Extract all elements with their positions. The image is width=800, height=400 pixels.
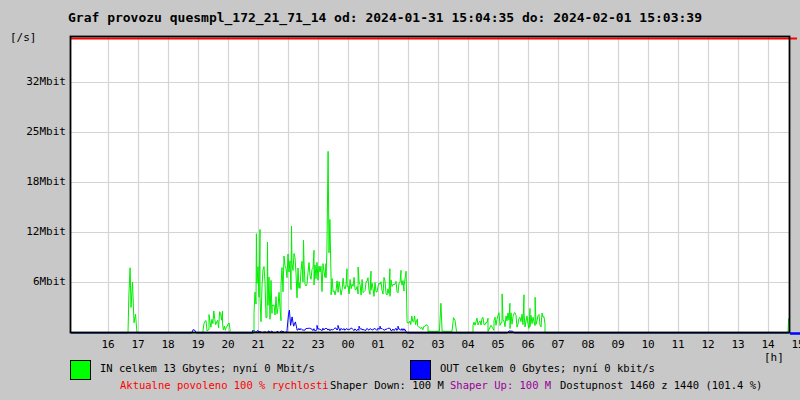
- x-tick-label: 19: [187, 339, 209, 351]
- shaper-up-text: Shaper Up: 100 M: [450, 379, 551, 391]
- x-tick-label: 03: [427, 339, 449, 351]
- out-legend-label: OUT celkem 0 Gbytes; nyní 0 kbit/s: [440, 362, 655, 374]
- x-axis-unit-label: [h]: [764, 351, 784, 364]
- x-tick-label: 01: [367, 339, 389, 351]
- x-tick-label: 11: [667, 339, 689, 351]
- mrtg-graph-page: Graf provozu quesmpl_172_21_71_14 od: 20…: [0, 0, 800, 400]
- y-tick-label: 12Mbit: [10, 226, 66, 238]
- x-tick-label: 06: [517, 339, 539, 351]
- x-tick-label: 02: [397, 339, 419, 351]
- x-tick-label: 17: [127, 339, 149, 351]
- x-tick-label: 21: [247, 339, 269, 351]
- plot-background: [70, 36, 790, 333]
- x-tick-label: 08: [577, 339, 599, 351]
- x-tick-label: 14: [757, 339, 779, 351]
- in-legend-swatch: [70, 360, 91, 380]
- y-tick-label: 25Mbit: [10, 126, 66, 138]
- x-tick-label: 16: [97, 339, 119, 351]
- x-tick-label: 23: [307, 339, 329, 351]
- x-tick-label: 20: [217, 339, 239, 351]
- shaper-down-text: Shaper Down: 100 M: [330, 379, 444, 391]
- x-tick-label: 09: [607, 339, 629, 351]
- x-tick-label: 13: [727, 339, 749, 351]
- y-tick-label: 6Mbit: [10, 276, 66, 288]
- x-tick-label: 04: [457, 339, 479, 351]
- x-tick-label: 12: [697, 339, 719, 351]
- x-tick-label: 05: [487, 339, 509, 351]
- x-tick-label: 10: [637, 339, 659, 351]
- x-tick-label: 00: [337, 339, 359, 351]
- y-tick-label: 18Mbit: [10, 176, 66, 188]
- in-legend-label: IN celkem 13 Gbytes; nyní 0 Mbit/s: [100, 362, 315, 374]
- x-tick-label: 22: [277, 339, 299, 351]
- out-legend-swatch: [410, 360, 431, 380]
- availability-text: Dostupnost 1460 z 1440 (101.4 %): [560, 379, 762, 391]
- allowed-speed-text: Aktualne povoleno 100 % rychlosti: [120, 379, 329, 391]
- x-tick-label: 07: [547, 339, 569, 351]
- x-tick-label: 15: [787, 339, 800, 351]
- x-tick-label: 18: [157, 339, 179, 351]
- y-tick-label: 32Mbit: [10, 76, 66, 88]
